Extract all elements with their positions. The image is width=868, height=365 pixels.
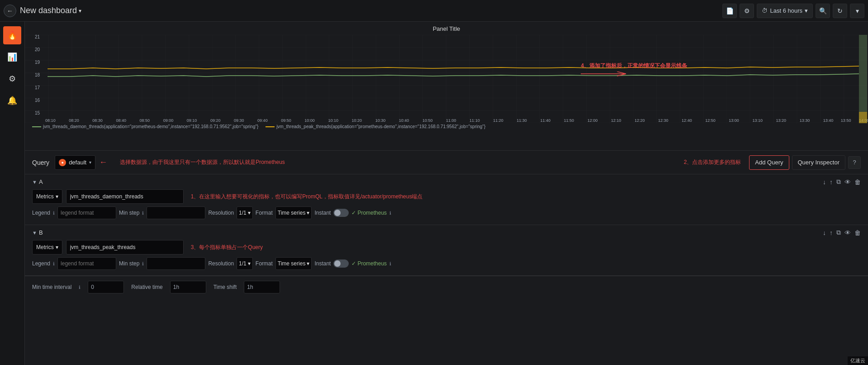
content-area: Panel Title 21 20 19 18 17 — [25, 22, 868, 365]
doc-icon-button[interactable]: 📄 — [722, 4, 737, 18]
format-a-select[interactable]: Time series ▾ — [275, 207, 312, 219]
settings-icon-button[interactable]: ⚙ — [740, 4, 754, 18]
delete-a-icon[interactable]: 🗑 — [854, 178, 861, 186]
right-annotation-text: 2、点击添加更多的指标 — [684, 158, 741, 166]
legend-b-input[interactable] — [57, 257, 116, 270]
time-range-label: Last 6 hours — [770, 7, 802, 14]
back-button[interactable]: ← — [4, 5, 16, 17]
delete-b-icon[interactable]: 🗑 — [854, 229, 861, 236]
resolution-a-select[interactable]: 1/1 ▾ — [237, 207, 253, 219]
watermark: 亿速云 — [848, 356, 868, 365]
svg-text:09:20: 09:20 — [210, 118, 221, 123]
main-container: 🔥 📊 ⚙ 🔔 Panel Title — [0, 22, 868, 365]
relative-time-label: Relative time — [131, 284, 162, 290]
duplicate-b-icon[interactable]: ⧉ — [836, 229, 841, 236]
query-block-a: ▼ A ↓ ↑ ⧉ 👁 🗑 Metrics ▾ — [25, 174, 868, 225]
time-shift-label: Time shift — [213, 284, 237, 290]
help-button[interactable]: ? — [848, 156, 861, 169]
metrics-a-button[interactable]: Metrics ▾ — [32, 189, 62, 204]
svg-rect-45 — [859, 112, 867, 123]
add-query-button[interactable]: Add Query — [749, 155, 789, 170]
duplicate-a-icon[interactable]: ⧉ — [836, 178, 841, 186]
query-block-b-header: ▼ B ↓ ↑ ⧉ 👁 🗑 — [32, 229, 861, 236]
relative-time-input[interactable] — [170, 281, 206, 293]
instant-b-toggle[interactable] — [333, 259, 349, 268]
svg-text:21: 21 — [35, 35, 40, 39]
sidebar-item-chart[interactable]: 📊 — [3, 48, 21, 66]
clock-icon: ⏱ — [762, 7, 768, 14]
metric-a-input[interactable] — [66, 189, 184, 204]
top-nav: ← New dashboard ▾ 📄 ⚙ ⏱ Last 6 hours ▾ 🔍… — [0, 0, 868, 22]
prometheus-a-link[interactable]: ✓ Prometheus — [351, 210, 387, 216]
svg-text:12:50: 12:50 — [705, 118, 716, 123]
metric-b-input[interactable] — [66, 240, 184, 255]
sidebar-item-flame[interactable]: 🔥 — [3, 26, 21, 44]
svg-text:19: 19 — [35, 60, 40, 65]
svg-text:12:40: 12:40 — [682, 118, 692, 123]
time-shift-input[interactable] — [244, 281, 280, 293]
sidebar-item-settings[interactable]: ⚙ — [3, 70, 21, 88]
search-icon-button[interactable]: 🔍 — [816, 4, 830, 18]
query-inspector-button[interactable]: Query Inspector — [792, 155, 846, 170]
query-letter-a: A — [39, 178, 43, 185]
move-down-b-icon[interactable]: ↓ — [823, 229, 826, 236]
query-a-metric-row: Metrics ▾ 1、在这里输入想要可视化的指标，也可以编写PromQL，指标… — [32, 189, 861, 204]
resolution-a-caret-icon: ▾ — [248, 210, 251, 216]
svg-text:08:50: 08:50 — [140, 118, 150, 123]
format-b-select[interactable]: Time series ▾ — [275, 257, 312, 270]
chart-svg-wrapper: 21 20 19 18 17 16 15 08:10 08:20 08:30 0… — [25, 35, 868, 123]
move-down-a-icon[interactable]: ↓ — [823, 178, 826, 186]
resolution-b-caret-icon: ▾ — [248, 260, 251, 267]
bell-icon: 🔔 — [7, 96, 17, 106]
time-range-button[interactable]: ⏱ Last 6 hours ▾ — [757, 4, 813, 18]
collapse-b-button[interactable]: ▼ — [32, 230, 37, 235]
collapse-a-button[interactable]: ▼ — [32, 179, 37, 185]
refresh-caret-button[interactable]: ▾ — [850, 4, 864, 18]
prometheus-b-info-icon: ℹ — [389, 261, 391, 266]
min-step-a-input[interactable] — [147, 207, 205, 219]
prometheus-b-icon: ✓ — [351, 260, 356, 267]
refresh-icon: ↻ — [837, 7, 843, 14]
min-step-b-info-icon: ℹ — [142, 261, 144, 266]
legend-b-label: Legend — [32, 260, 50, 267]
hide-b-icon[interactable]: 👁 — [844, 229, 851, 236]
query-b-options-row: Legend ℹ Min step ℹ Resolution 1/1 ▾ For… — [32, 257, 861, 270]
format-a-value: Time series — [278, 210, 306, 216]
legend-label-peak: jvm_threads_peak_threads{application="pr… — [276, 124, 485, 129]
svg-text:15: 15 — [35, 110, 40, 115]
move-up-a-icon[interactable]: ↑ — [830, 178, 833, 186]
refresh-icon-button[interactable]: ↻ — [833, 4, 847, 18]
svg-text:08:10: 08:10 — [45, 118, 56, 123]
metrics-b-button[interactable]: Metrics ▾ — [32, 240, 62, 255]
datasource-icon: ● — [59, 159, 66, 166]
flame-icon: 🔥 — [7, 30, 17, 40]
move-up-b-icon[interactable]: ↑ — [830, 229, 833, 236]
query-b-metric-row: Metrics ▾ 3、每个指标单独占一个Query — [32, 240, 861, 255]
min-time-interval-input[interactable] — [88, 281, 124, 293]
min-step-b-input[interactable] — [147, 257, 205, 270]
resolution-b-select[interactable]: 1/1 ▾ — [237, 257, 253, 270]
datasource-select[interactable]: ● default ▾ — [55, 155, 95, 170]
legend-a-info-icon: ℹ — [53, 211, 55, 216]
hide-a-icon[interactable]: 👁 — [844, 178, 851, 186]
chart-legend: jvm_threads_daemon_threads{application="… — [25, 123, 868, 130]
left-annotation-text: 选择数据源，由于我这里只有一个数据源，所以默认就是Prometheus — [120, 158, 285, 166]
svg-text:13:40: 13:40 — [823, 118, 834, 123]
query-b-actions: ↓ ↑ ⧉ 👁 🗑 — [823, 229, 861, 236]
format-a-caret-icon: ▾ — [307, 210, 309, 216]
dashboard-caret[interactable]: ▾ — [79, 8, 81, 14]
sidebar-item-bell[interactable]: 🔔 — [3, 91, 21, 110]
legend-b-info-icon: ℹ — [53, 261, 55, 266]
svg-text:09:00: 09:00 — [163, 118, 174, 123]
prometheus-b-label: Prometheus — [357, 260, 387, 267]
refresh-caret-icon: ▾ — [856, 7, 859, 14]
svg-text:08:30: 08:30 — [92, 118, 103, 123]
svg-text:16: 16 — [35, 98, 40, 103]
prometheus-b-link[interactable]: ✓ Prometheus — [351, 260, 387, 267]
instant-a-toggle[interactable] — [333, 209, 349, 217]
svg-rect-44 — [859, 35, 867, 123]
instant-b-toggle-knob — [334, 260, 341, 267]
svg-text:12:20: 12:20 — [635, 118, 645, 123]
legend-a-input[interactable] — [57, 207, 116, 219]
panel-title: Panel Title — [25, 25, 868, 32]
